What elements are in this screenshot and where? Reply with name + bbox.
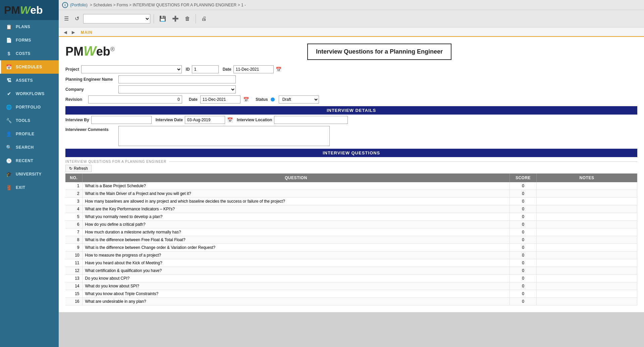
- print-button[interactable]: 🖨: [199, 14, 209, 23]
- interview-date-group: Interview Date 📅: [156, 116, 233, 124]
- interview-location-input[interactable]: [274, 116, 348, 124]
- sidebar-item-plans[interactable]: 📋 PLANS: [0, 20, 59, 33]
- cell-question: Have you heard about the Kick of Meeting…: [82, 259, 510, 267]
- interview-details-header: INTERVIEW DETAILS: [65, 106, 637, 115]
- date-calendar-icon[interactable]: 📅: [276, 67, 281, 72]
- tab-next-button[interactable]: ►: [69, 29, 77, 36]
- revision-calendar-icon[interactable]: 📅: [243, 97, 249, 102]
- date-input[interactable]: [233, 65, 274, 73]
- sidebar-label-costs: COSTS: [16, 51, 31, 56]
- col-header-question: QUESTION: [82, 174, 510, 182]
- sidebar-label-university: UNIVERSITY: [16, 172, 42, 177]
- portfolio-link[interactable]: (Portfolio): [70, 3, 88, 7]
- sidebar-item-search[interactable]: 🔍 SEARCH: [0, 141, 59, 154]
- add-button[interactable]: ➕: [170, 14, 181, 23]
- table-row: 6 How do you define a critical path? 0: [65, 221, 637, 228]
- cell-score: 0: [510, 244, 537, 252]
- status-label: Status: [256, 97, 268, 102]
- table-row: 13 Do you know about CPI? 0: [65, 275, 637, 282]
- refresh-button[interactable]: ↻ Refresh: [65, 165, 92, 172]
- sidebar-label-profile: PROFILE: [16, 132, 35, 136]
- sidebar-item-forms[interactable]: 📄 FORMS: [0, 33, 59, 47]
- sidebar-label-workflows: WORKFLOWS: [16, 91, 45, 96]
- table-row: 8 What is the difference between Free Fl…: [65, 236, 637, 244]
- sidebar-item-workflows[interactable]: ✔ WORKFLOWS: [0, 87, 59, 100]
- recent-icon: 🕒: [6, 157, 12, 164]
- cell-no: 1: [65, 182, 82, 190]
- planning-engineer-row: Planning Engineer Name: [65, 75, 637, 83]
- menu-button[interactable]: ☰: [62, 14, 71, 23]
- sidebar-item-assets[interactable]: 🏗 ASSETS: [0, 74, 59, 87]
- sidebar-item-costs[interactable]: $ COSTS: [0, 47, 59, 60]
- cell-score: 0: [510, 213, 537, 221]
- cell-score: 0: [510, 290, 537, 298]
- interview-details-row: Interview By Interview Date 📅 Interview …: [65, 116, 637, 124]
- planning-engineer-input[interactable]: [118, 75, 236, 83]
- sidebar-label-portfolio: PORTFOLIO: [16, 105, 41, 110]
- app-logo: PMWeb: [0, 0, 59, 20]
- id-input[interactable]: [192, 65, 219, 73]
- cell-no: 13: [65, 275, 82, 282]
- interview-calendar-icon[interactable]: 📅: [227, 117, 233, 123]
- sidebar-item-profile[interactable]: 👤 PROFILE: [0, 127, 59, 141]
- planning-engineer-label: Planning Engineer Name: [65, 77, 116, 82]
- cell-question: How many baselines are allowed in any pr…: [82, 198, 510, 205]
- costs-icon: $: [6, 50, 12, 57]
- revision-input[interactable]: [88, 95, 182, 103]
- interviewer-comments-input[interactable]: [118, 126, 330, 146]
- sidebar-label-recent: RECENT: [16, 158, 33, 163]
- sidebar-label-exit: EXIT: [16, 185, 25, 190]
- cell-question: What do you know about SPI?: [82, 282, 510, 290]
- col-header-notes: NOTES: [537, 174, 637, 182]
- cell-score: 0: [510, 228, 537, 236]
- workflow-select[interactable]: [83, 14, 150, 23]
- interview-by-input[interactable]: [91, 116, 152, 124]
- cell-notes: [537, 205, 637, 213]
- company-select[interactable]: [118, 85, 236, 93]
- form-container: PMWeb® Interview Questions for a Plannin…: [59, 37, 644, 312]
- sidebar-item-portfolio[interactable]: 🌐 PORTFOLIO: [0, 100, 59, 114]
- project-select[interactable]: [81, 65, 182, 73]
- questions-table-body: 1 What is a Base Project Schedule? 0 2 W…: [65, 182, 637, 305]
- company-row: Company: [65, 85, 637, 93]
- table-row: 3 How many baselines are allowed in any …: [65, 198, 637, 205]
- cell-score: 0: [510, 205, 537, 213]
- cell-notes: [537, 228, 637, 236]
- sidebar-item-recent[interactable]: 🕒 RECENT: [0, 154, 59, 167]
- save-button[interactable]: 💾: [157, 14, 168, 23]
- cell-score: 0: [510, 259, 537, 267]
- cell-notes: [537, 298, 637, 305]
- table-row: 16 What are undesirable in any plan? 0: [65, 298, 637, 305]
- cell-question: Do you know about CPI?: [82, 275, 510, 282]
- cell-no: 6: [65, 221, 82, 228]
- cell-question: How to measure the progress of a project…: [82, 252, 510, 259]
- portfolio-icon: 🌐: [6, 104, 12, 111]
- info-icon[interactable]: i: [62, 2, 68, 8]
- tab-bar: ◄ ► MAIN: [59, 27, 644, 37]
- sidebar-item-exit[interactable]: 🚪 EXIT: [0, 181, 59, 194]
- form-logo: PMWeb®: [65, 44, 115, 59]
- tab-main-label[interactable]: MAIN: [77, 29, 96, 36]
- status-select[interactable]: Draft: [279, 95, 319, 103]
- interview-date-input[interactable]: [185, 116, 225, 124]
- table-row: 15 What you know about Triple Constraint…: [65, 290, 637, 298]
- cell-notes: [537, 282, 637, 290]
- cell-score: 0: [510, 298, 537, 305]
- interviewer-comments-label: Interviewer Comments: [65, 126, 116, 132]
- cell-no: 12: [65, 267, 82, 275]
- delete-button[interactable]: 🗑: [183, 14, 192, 23]
- sidebar-item-schedules[interactable]: 📅 SCHEDULES: [0, 60, 59, 74]
- tab-prev-button[interactable]: ◄: [61, 29, 69, 36]
- cell-score: 0: [510, 236, 537, 244]
- cell-score: 0: [510, 275, 537, 282]
- cell-notes: [537, 198, 637, 205]
- id-field-group: ID: [186, 65, 219, 73]
- back-button[interactable]: ↺: [73, 14, 81, 23]
- cell-notes: [537, 267, 637, 275]
- revision-date-input[interactable]: [200, 95, 240, 103]
- col-header-score: SCORE: [510, 174, 537, 182]
- cell-question: What are the Key Performance Indicators …: [82, 205, 510, 213]
- sidebar-item-university[interactable]: 🎓 UNIVERSITY: [0, 167, 59, 181]
- sidebar-item-tools[interactable]: 🔧 TOOLS: [0, 114, 59, 127]
- table-row: 7 How much duration a milestone activity…: [65, 228, 637, 236]
